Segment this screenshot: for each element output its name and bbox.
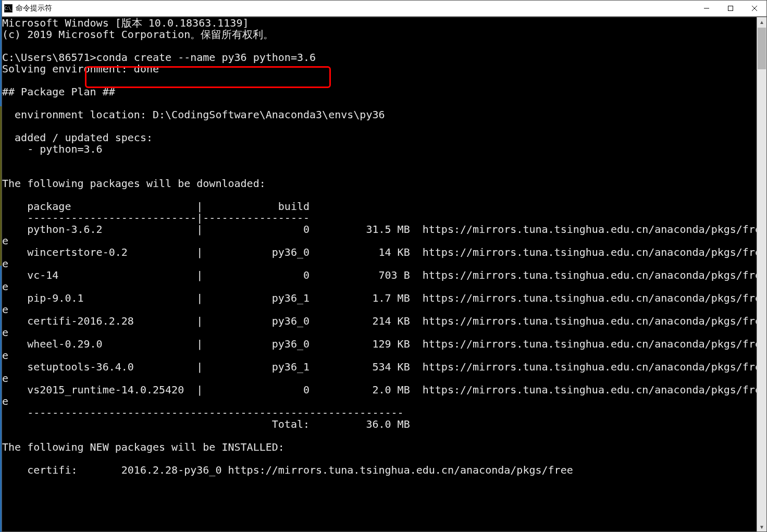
window-title: 命令提示符 (16, 4, 52, 13)
terminal-output[interactable]: Microsoft Windows [版本 10.0.18363.1139] (… (2, 17, 757, 531)
window-bottom-border (2, 530, 766, 531)
cmd-window: C:\_ 命令提示符 Microsoft Windows [版本 10.0.18… (2, 0, 767, 532)
scrollbar[interactable]: ▲ ▼ (757, 17, 766, 531)
titlebar[interactable]: C:\_ 命令提示符 (2, 1, 766, 17)
close-button[interactable] (743, 1, 766, 16)
cmd-icon: C:\_ (4, 4, 13, 13)
minimize-button[interactable] (695, 1, 719, 16)
scroll-thumb[interactable] (758, 28, 766, 69)
maximize-button[interactable] (719, 1, 743, 16)
scroll-up-icon[interactable]: ▲ (757, 17, 766, 27)
svg-rect-1 (728, 6, 733, 11)
terminal-wrap: Microsoft Windows [版本 10.0.18363.1139] (… (2, 17, 766, 531)
